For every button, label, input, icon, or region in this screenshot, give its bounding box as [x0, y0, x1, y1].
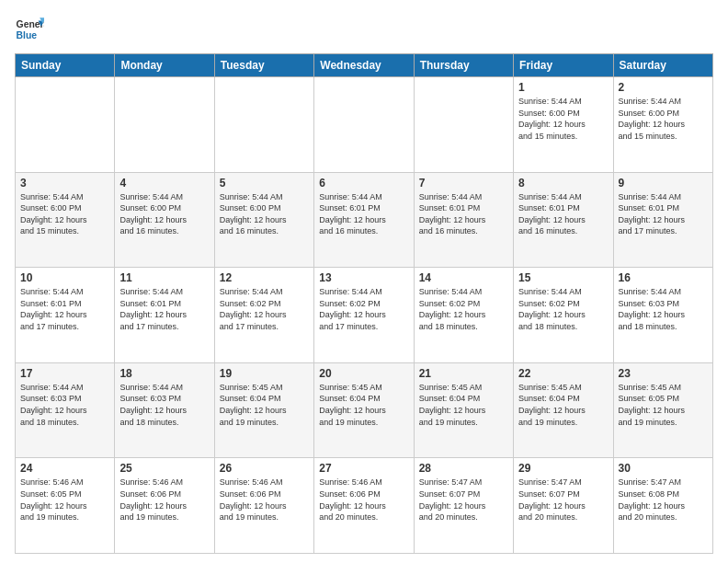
weekday-header-cell: Friday [514, 54, 613, 77]
logo: General Blue [15, 15, 44, 44]
day-number: 14 [419, 271, 508, 284]
calendar-day-cell: 11Sunrise: 5:44 AM Sunset: 6:01 PM Dayli… [115, 268, 214, 363]
day-info: Sunrise: 5:44 AM Sunset: 6:03 PM Dayligh… [20, 382, 109, 428]
day-number: 25 [119, 462, 209, 475]
calendar-day-cell: 21Sunrise: 5:45 AM Sunset: 6:04 PM Dayli… [414, 362, 513, 458]
day-info: Sunrise: 5:45 AM Sunset: 6:04 PM Dayligh… [319, 382, 408, 428]
calendar-day-cell: 3Sunrise: 5:44 AM Sunset: 6:00 PM Daylig… [16, 172, 115, 268]
day-number: 2 [619, 81, 708, 94]
calendar-day-cell [16, 77, 115, 173]
weekday-header-cell: Monday [115, 54, 214, 77]
day-number: 7 [419, 177, 508, 190]
logo-icon: General Blue [15, 15, 44, 44]
calendar-day-cell: 7Sunrise: 5:44 AM Sunset: 6:01 PM Daylig… [414, 172, 513, 268]
day-number: 21 [419, 367, 508, 380]
day-number: 24 [20, 462, 109, 475]
day-info: Sunrise: 5:44 AM Sunset: 6:01 PM Dayligh… [419, 191, 508, 237]
weekday-header-cell: Wednesday [314, 54, 414, 77]
day-number: 30 [619, 462, 708, 475]
calendar-day-cell: 24Sunrise: 5:46 AM Sunset: 6:05 PM Dayli… [16, 458, 115, 554]
page: General Blue SundayMondayTuesdayWednesda… [0, 0, 728, 563]
day-info: Sunrise: 5:44 AM Sunset: 6:02 PM Dayligh… [220, 286, 309, 332]
day-number: 1 [518, 81, 608, 94]
header: General Blue [15, 15, 713, 44]
day-info: Sunrise: 5:44 AM Sunset: 6:02 PM Dayligh… [319, 286, 408, 332]
calendar-week-row: 3Sunrise: 5:44 AM Sunset: 6:00 PM Daylig… [16, 172, 713, 268]
calendar-day-cell [314, 77, 414, 173]
day-number: 23 [619, 367, 708, 380]
day-info: Sunrise: 5:44 AM Sunset: 6:03 PM Dayligh… [619, 286, 708, 332]
calendar-day-cell: 5Sunrise: 5:44 AM Sunset: 6:00 PM Daylig… [214, 172, 313, 268]
calendar-day-cell: 29Sunrise: 5:47 AM Sunset: 6:07 PM Dayli… [514, 458, 613, 554]
day-number: 15 [518, 271, 608, 284]
day-info: Sunrise: 5:46 AM Sunset: 6:05 PM Dayligh… [20, 477, 109, 523]
day-number: 11 [119, 271, 209, 284]
day-number: 13 [319, 271, 408, 284]
calendar-day-cell [115, 77, 214, 173]
day-number: 20 [319, 367, 408, 380]
calendar-day-cell: 19Sunrise: 5:45 AM Sunset: 6:04 PM Dayli… [214, 362, 313, 458]
day-info: Sunrise: 5:44 AM Sunset: 6:00 PM Dayligh… [119, 191, 209, 237]
day-number: 3 [20, 177, 109, 190]
day-number: 26 [220, 462, 309, 475]
calendar-day-cell [214, 77, 313, 173]
day-info: Sunrise: 5:47 AM Sunset: 6:08 PM Dayligh… [619, 477, 708, 523]
calendar-day-cell: 22Sunrise: 5:45 AM Sunset: 6:04 PM Dayli… [514, 362, 613, 458]
day-info: Sunrise: 5:46 AM Sunset: 6:06 PM Dayligh… [319, 477, 408, 523]
calendar-day-cell: 10Sunrise: 5:44 AM Sunset: 6:01 PM Dayli… [16, 268, 115, 363]
calendar-day-cell: 8Sunrise: 5:44 AM Sunset: 6:01 PM Daylig… [514, 172, 613, 268]
calendar-body: 1Sunrise: 5:44 AM Sunset: 6:00 PM Daylig… [16, 77, 713, 554]
day-number: 22 [518, 367, 608, 380]
day-info: Sunrise: 5:44 AM Sunset: 6:00 PM Dayligh… [518, 96, 608, 142]
day-info: Sunrise: 5:44 AM Sunset: 6:00 PM Dayligh… [220, 191, 309, 237]
day-number: 10 [20, 271, 109, 284]
calendar-day-cell: 2Sunrise: 5:44 AM Sunset: 6:00 PM Daylig… [613, 77, 712, 173]
svg-text:Blue: Blue [17, 30, 38, 40]
day-number: 27 [319, 462, 408, 475]
day-info: Sunrise: 5:44 AM Sunset: 6:01 PM Dayligh… [119, 286, 209, 332]
calendar-table: SundayMondayTuesdayWednesdayThursdayFrid… [15, 53, 713, 554]
calendar-day-cell: 13Sunrise: 5:44 AM Sunset: 6:02 PM Dayli… [314, 268, 414, 363]
day-info: Sunrise: 5:45 AM Sunset: 6:05 PM Dayligh… [619, 382, 708, 428]
day-info: Sunrise: 5:44 AM Sunset: 6:02 PM Dayligh… [419, 286, 508, 332]
day-number: 19 [220, 367, 309, 380]
day-info: Sunrise: 5:44 AM Sunset: 6:01 PM Dayligh… [319, 191, 408, 237]
day-number: 17 [20, 367, 109, 380]
calendar-day-cell: 12Sunrise: 5:44 AM Sunset: 6:02 PM Dayli… [214, 268, 313, 363]
calendar-day-cell: 4Sunrise: 5:44 AM Sunset: 6:00 PM Daylig… [115, 172, 214, 268]
calendar-day-cell: 23Sunrise: 5:45 AM Sunset: 6:05 PM Dayli… [613, 362, 712, 458]
day-info: Sunrise: 5:44 AM Sunset: 6:01 PM Dayligh… [518, 191, 608, 237]
calendar-day-cell: 14Sunrise: 5:44 AM Sunset: 6:02 PM Dayli… [414, 268, 513, 363]
weekday-header-cell: Tuesday [214, 54, 313, 77]
calendar-day-cell: 15Sunrise: 5:44 AM Sunset: 6:02 PM Dayli… [514, 268, 613, 363]
day-info: Sunrise: 5:47 AM Sunset: 6:07 PM Dayligh… [419, 477, 508, 523]
calendar-day-cell: 1Sunrise: 5:44 AM Sunset: 6:00 PM Daylig… [514, 77, 613, 173]
weekday-header-cell: Thursday [414, 54, 513, 77]
day-info: Sunrise: 5:44 AM Sunset: 6:00 PM Dayligh… [20, 191, 109, 237]
weekday-header-row: SundayMondayTuesdayWednesdayThursdayFrid… [16, 54, 713, 77]
calendar-day-cell: 17Sunrise: 5:44 AM Sunset: 6:03 PM Dayli… [16, 362, 115, 458]
day-info: Sunrise: 5:45 AM Sunset: 6:04 PM Dayligh… [518, 382, 608, 428]
calendar-week-row: 24Sunrise: 5:46 AM Sunset: 6:05 PM Dayli… [16, 458, 713, 554]
day-info: Sunrise: 5:44 AM Sunset: 6:03 PM Dayligh… [119, 382, 209, 428]
day-info: Sunrise: 5:44 AM Sunset: 6:01 PM Dayligh… [20, 286, 109, 332]
day-number: 6 [319, 177, 408, 190]
calendar-day-cell: 20Sunrise: 5:45 AM Sunset: 6:04 PM Dayli… [314, 362, 414, 458]
day-info: Sunrise: 5:44 AM Sunset: 6:01 PM Dayligh… [619, 191, 708, 237]
calendar-day-cell: 26Sunrise: 5:46 AM Sunset: 6:06 PM Dayli… [214, 458, 313, 554]
calendar-day-cell: 28Sunrise: 5:47 AM Sunset: 6:07 PM Dayli… [414, 458, 513, 554]
weekday-header-cell: Sunday [16, 54, 115, 77]
day-info: Sunrise: 5:45 AM Sunset: 6:04 PM Dayligh… [220, 382, 309, 428]
day-info: Sunrise: 5:46 AM Sunset: 6:06 PM Dayligh… [119, 477, 209, 523]
day-number: 12 [220, 271, 309, 284]
calendar-day-cell [414, 77, 513, 173]
calendar-day-cell: 9Sunrise: 5:44 AM Sunset: 6:01 PM Daylig… [613, 172, 712, 268]
day-info: Sunrise: 5:44 AM Sunset: 6:00 PM Dayligh… [619, 96, 708, 142]
day-number: 18 [119, 367, 209, 380]
day-number: 28 [419, 462, 508, 475]
day-info: Sunrise: 5:47 AM Sunset: 6:07 PM Dayligh… [518, 477, 608, 523]
calendar-day-cell: 27Sunrise: 5:46 AM Sunset: 6:06 PM Dayli… [314, 458, 414, 554]
calendar-week-row: 17Sunrise: 5:44 AM Sunset: 6:03 PM Dayli… [16, 362, 713, 458]
calendar-day-cell: 30Sunrise: 5:47 AM Sunset: 6:08 PM Dayli… [613, 458, 712, 554]
calendar-week-row: 1Sunrise: 5:44 AM Sunset: 6:00 PM Daylig… [16, 77, 713, 173]
